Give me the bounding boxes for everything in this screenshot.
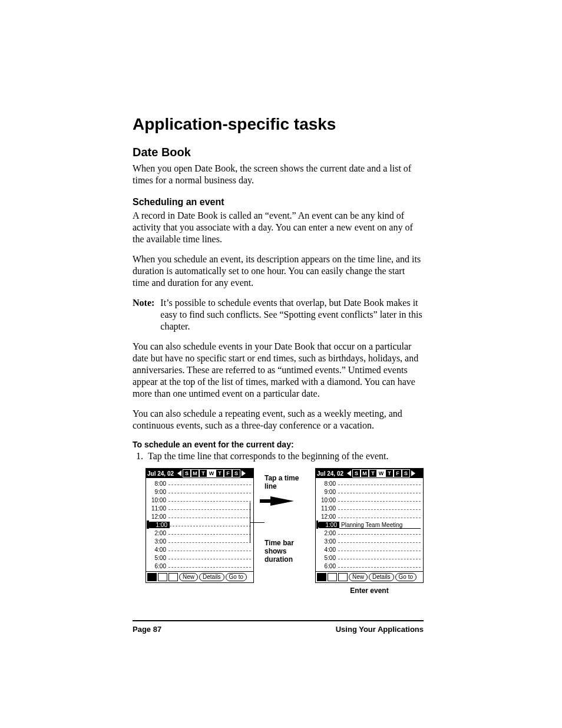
- time-line[interactable]: [338, 534, 421, 535]
- time-row[interactable]: 11:00: [148, 504, 251, 512]
- day-cell[interactable]: W: [207, 469, 216, 477]
- time-row[interactable]: 5:00: [148, 554, 251, 562]
- time-line[interactable]: [168, 485, 251, 485]
- time-rows[interactable]: 8:009:0010:0011:0012:001:00Planning Team…: [316, 478, 423, 571]
- prev-week-icon[interactable]: [347, 470, 351, 476]
- day-cell[interactable]: T: [199, 469, 207, 477]
- time-line[interactable]: [338, 567, 421, 568]
- paragraph: You can also schedule a repeating event,…: [133, 408, 424, 431]
- time-line[interactable]: [338, 501, 421, 502]
- time-row[interactable]: 6:00: [318, 562, 421, 570]
- time-row[interactable]: 10:00: [318, 496, 421, 504]
- page-footer: Page 87 Using Your Applications: [133, 620, 424, 634]
- day-cell[interactable]: S: [402, 469, 410, 477]
- step-item: Tap the time line that corresponds to th…: [146, 450, 424, 462]
- next-week-icon[interactable]: [242, 470, 246, 476]
- time-row[interactable]: 8:00: [318, 479, 421, 487]
- dayview-icon[interactable]: [147, 573, 157, 581]
- new-button[interactable]: New: [349, 573, 368, 581]
- time-row[interactable]: 5:00: [318, 554, 421, 562]
- time-row[interactable]: 3:00: [318, 537, 421, 545]
- day-cell[interactable]: F: [224, 469, 232, 477]
- time-line[interactable]: [338, 551, 421, 551]
- time-line[interactable]: [338, 559, 421, 559]
- time-line[interactable]: [168, 518, 251, 518]
- time-label: 4:00: [148, 546, 168, 553]
- time-line[interactable]: [338, 493, 421, 493]
- paragraph: A record in Date Book is called an “even…: [133, 210, 424, 245]
- day-cell[interactable]: T: [385, 469, 394, 477]
- new-button[interactable]: New: [179, 573, 198, 581]
- panel-header: Jul 24, 02 SMTWTFS: [316, 469, 423, 478]
- time-line[interactable]: [168, 501, 251, 502]
- time-line[interactable]: [168, 551, 251, 551]
- time-line[interactable]: [338, 542, 421, 543]
- details-button[interactable]: Details: [199, 573, 224, 581]
- event-text[interactable]: Planning Team Meeting: [339, 522, 421, 529]
- time-row[interactable]: 2:00: [148, 529, 251, 537]
- day-cells[interactable]: SMTWTFS: [352, 469, 410, 477]
- weekview-icon[interactable]: [158, 573, 167, 581]
- day-cell[interactable]: F: [394, 469, 402, 477]
- day-cell[interactable]: S: [352, 469, 361, 477]
- day-cell[interactable]: M: [191, 469, 199, 477]
- time-line[interactable]: [168, 509, 251, 510]
- time-row[interactable]: 4:00: [148, 545, 251, 554]
- heading-1: Application-specific tasks: [133, 115, 424, 134]
- time-row[interactable]: 11:00: [318, 504, 421, 512]
- monthview-icon[interactable]: [338, 573, 348, 581]
- time-row[interactable]: 12:00: [318, 512, 421, 521]
- header-date: Jul 24, 02: [317, 470, 346, 477]
- time-line[interactable]: [168, 493, 251, 493]
- time-label: 12:00: [318, 513, 338, 520]
- heading-2: Date Book: [133, 146, 424, 159]
- day-cells[interactable]: SMTWTFS: [183, 469, 240, 477]
- day-cell[interactable]: S: [232, 469, 240, 477]
- time-row[interactable]: 1:00Planning Team Meeting: [318, 521, 421, 529]
- dayview-icon[interactable]: [317, 573, 326, 581]
- day-cell[interactable]: W: [377, 469, 385, 477]
- time-line[interactable]: [338, 485, 421, 485]
- day-cell[interactable]: M: [361, 469, 369, 477]
- heading-3: Scheduling an event: [133, 197, 424, 207]
- time-bar: [147, 521, 149, 529]
- day-cell[interactable]: T: [216, 469, 224, 477]
- monthview-icon[interactable]: [168, 573, 178, 581]
- details-button[interactable]: Details: [369, 573, 394, 581]
- time-row[interactable]: 2:00: [318, 529, 421, 537]
- time-row[interactable]: 12:00: [148, 512, 251, 521]
- time-line[interactable]: [170, 526, 251, 526]
- next-week-icon[interactable]: [411, 470, 415, 476]
- time-label: 3:00: [318, 538, 338, 545]
- prev-week-icon[interactable]: [177, 470, 181, 476]
- time-line[interactable]: [338, 509, 421, 510]
- time-row[interactable]: 10:00: [148, 496, 251, 504]
- day-cell[interactable]: T: [369, 469, 377, 477]
- time-label: 2:00: [148, 530, 168, 536]
- weekview-icon[interactable]: [328, 573, 337, 581]
- time-row[interactable]: 6:00: [148, 562, 251, 570]
- note-block: Note: It’s possible to schedule events t…: [133, 297, 424, 332]
- time-line[interactable]: [168, 534, 251, 535]
- time-row[interactable]: 1:00: [148, 521, 251, 529]
- day-cell[interactable]: S: [183, 469, 191, 477]
- time-row[interactable]: 9:00: [318, 487, 421, 496]
- time-label: 10:00: [148, 497, 168, 503]
- goto-button[interactable]: Go to: [395, 573, 416, 581]
- time-line[interactable]: [168, 567, 251, 568]
- time-row[interactable]: 8:00: [148, 479, 251, 487]
- datebook-panel-left: Jul 24, 02 SMTWTFS 8:009:0010:0011:0012:…: [146, 468, 254, 583]
- callout-timebar: Time bar shows duration: [265, 539, 305, 564]
- time-row[interactable]: 9:00: [148, 487, 251, 496]
- goto-button[interactable]: Go to: [226, 573, 247, 581]
- time-line[interactable]: [338, 518, 421, 518]
- time-line[interactable]: [168, 559, 251, 559]
- chapter-title: Using Your Applications: [336, 625, 424, 634]
- time-line[interactable]: [168, 542, 251, 543]
- time-row[interactable]: 3:00: [148, 537, 251, 545]
- time-row[interactable]: 4:00: [318, 545, 421, 554]
- time-rows[interactable]: 8:009:0010:0011:0012:001:002:003:004:005…: [146, 478, 253, 571]
- callout-enter-event: Enter event: [350, 587, 388, 595]
- paragraph: You can also schedule events in your Dat…: [133, 341, 424, 400]
- time-label: 8:00: [148, 480, 168, 487]
